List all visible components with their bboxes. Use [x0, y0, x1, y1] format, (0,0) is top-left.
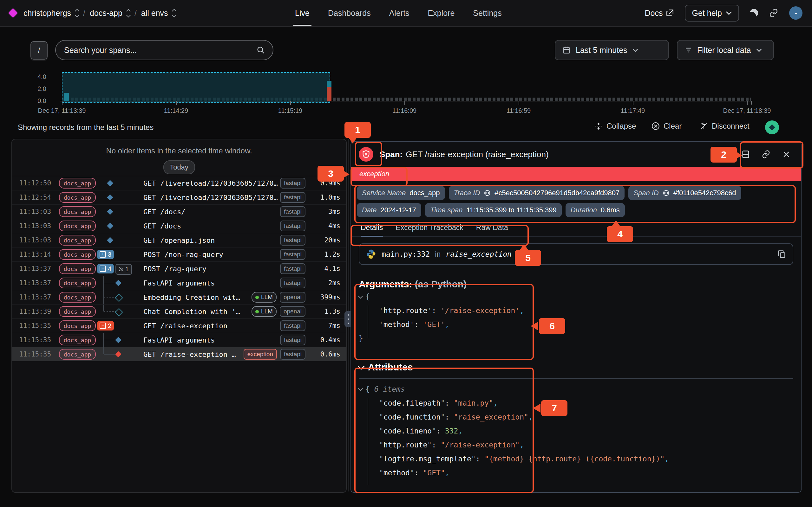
- chart-selection-window[interactable]: [62, 72, 330, 103]
- span-row[interactable]: 11:13:03docs_appGET /docs/fastapi3ms: [12, 205, 346, 219]
- service-tag[interactable]: docs_app: [59, 278, 96, 288]
- diamond-icon: [769, 124, 775, 130]
- scope-pill: fastapi: [280, 335, 305, 345]
- span-name: GET /raise-exception …: [143, 350, 236, 358]
- span-time: 11:15:35: [19, 336, 55, 344]
- span-row[interactable]: 11:13:37docs_appEmbedding Creation wit…L…: [12, 290, 346, 304]
- attributes-section: Attributes { 6 items"code.filepath": "ma…: [359, 362, 793, 480]
- span-name: GET /openapi.json: [143, 236, 215, 244]
- project-switcher[interactable]: docs-app: [90, 9, 130, 18]
- span-name: FastAPI arguments: [143, 279, 215, 287]
- span-name: Chat Completion with '…: [143, 308, 240, 316]
- service-tag[interactable]: docs_app: [59, 192, 96, 203]
- nav-tab-explore[interactable]: Explore: [428, 0, 455, 26]
- slash-shortcut-keycap: /: [31, 41, 48, 60]
- span-row[interactable]: 11:13:03docs_appGET /openapi.jsonfastapi…: [12, 233, 346, 247]
- user-avatar[interactable]: -: [789, 6, 803, 20]
- span-row[interactable]: 11:15:35docs_appGET /raise-exception …ex…: [12, 347, 346, 361]
- detail-tab-exception-traceback[interactable]: Exception Traceback: [396, 223, 463, 236]
- expand-count-badge[interactable]: −4: [97, 264, 114, 274]
- get-help-button[interactable]: Get help: [685, 5, 739, 21]
- metadata-chip-trace-id[interactable]: Trace ID#c5ec5005042796e91d5db42ca9fd980…: [449, 186, 625, 200]
- span-timeline-chart[interactable]: 0.02.04.0Dec 17, 11:13:3911:14:2911:15:1…: [0, 63, 812, 116]
- chevron-updown-icon: [172, 9, 176, 17]
- span-row[interactable]: 11:13:39docs_appChat Completion with '…L…: [12, 304, 346, 319]
- span-row[interactable]: 11:13:03docs_appGET /docsfastapi4ms: [12, 219, 346, 233]
- dark-mode-toggle-moon-icon[interactable]: [749, 8, 759, 18]
- service-tag[interactable]: docs_app: [59, 235, 96, 245]
- link-icon: [484, 189, 491, 196]
- copy-span-link-button[interactable]: [759, 147, 773, 161]
- span-row[interactable]: 11:13:37docs_app−41POST /rag-queryfastap…: [12, 262, 346, 276]
- span-diamond-icon: [107, 209, 113, 215]
- service-tag[interactable]: docs_app: [59, 335, 96, 345]
- live-status-button[interactable]: [765, 120, 779, 134]
- span-row[interactable]: 11:13:37docs_appFastAPI argumentsfastapi…: [12, 276, 346, 290]
- copy-icon[interactable]: [777, 250, 786, 259]
- docs-link[interactable]: Docs: [645, 9, 674, 18]
- service-tag[interactable]: docs_app: [59, 206, 96, 217]
- expand-count-badge[interactable]: +3: [97, 250, 114, 259]
- service-tag[interactable]: docs_app: [59, 178, 96, 188]
- service-tag[interactable]: docs_app: [59, 320, 96, 331]
- expand-count-badge[interactable]: −2: [97, 321, 114, 331]
- scope-pill: fastapi: [280, 206, 305, 217]
- y-tick-label: 0.0: [38, 97, 46, 105]
- env-name: all envs: [141, 9, 168, 18]
- span-row[interactable]: 11:15:35docs_app−2GET /raise-exceptionfa…: [12, 319, 346, 333]
- nav-tab-alerts[interactable]: Alerts: [389, 0, 409, 26]
- close-panel-button[interactable]: [779, 147, 793, 161]
- records-bar: Showing records from the last 5 minutes …: [0, 120, 812, 135]
- logfire-logo-icon[interactable]: [8, 8, 18, 18]
- span-row[interactable]: 11:15:35docs_appFastAPI argumentsfastapi…: [12, 333, 346, 347]
- nav-tab-dashboards[interactable]: Dashboards: [328, 0, 371, 26]
- scope-pill: fastapi: [280, 263, 305, 274]
- search-input[interactable]: [63, 45, 252, 55]
- detail-tab-details[interactable]: Details: [361, 223, 383, 236]
- span-duration: 20ms: [310, 236, 340, 244]
- today-button[interactable]: Today: [163, 160, 195, 174]
- share-link-icon[interactable]: [769, 8, 778, 18]
- span-name: POST /non-rag-query: [143, 250, 223, 259]
- span-duration: 1.0ms: [310, 193, 340, 201]
- clear-circle-x-icon: [652, 122, 660, 130]
- service-tag[interactable]: docs_app: [59, 292, 96, 302]
- span-diamond-icon: [107, 237, 113, 243]
- span-name: GET /raise-exception: [143, 322, 227, 330]
- service-tag[interactable]: docs_app: [59, 249, 96, 260]
- x-tick-label: 11:17:49: [621, 107, 645, 114]
- chevron-down-icon: [632, 49, 638, 52]
- metadata-chip-span-id[interactable]: Span ID#f0110e542c798c6d: [628, 186, 741, 200]
- code-function: raise_exception: [446, 250, 512, 258]
- split-panel-button[interactable]: [739, 147, 753, 161]
- service-tag[interactable]: docs_app: [59, 263, 96, 274]
- nav-tab-live[interactable]: Live: [295, 0, 310, 26]
- clear-button[interactable]: Clear: [652, 122, 681, 130]
- span-title: Span:GET /raise-exception (raise_excepti…: [380, 150, 549, 159]
- span-name: GET /docs: [143, 222, 181, 230]
- time-range-button[interactable]: Last 5 minutes: [555, 40, 669, 60]
- span-row[interactable]: 11:13:14docs_app+3POST /non-rag-queryfas…: [12, 247, 346, 262]
- service-tag[interactable]: docs_app: [59, 221, 96, 231]
- attributes-heading[interactable]: Attributes: [359, 362, 793, 373]
- filter-icon: [684, 46, 692, 54]
- nav-tab-settings[interactable]: Settings: [473, 0, 502, 26]
- env-switcher[interactable]: all envs: [141, 9, 176, 18]
- scope-pill: openai: [280, 306, 305, 317]
- nav-tabs: LiveDashboardsAlertsExploreSettings: [295, 0, 502, 26]
- project-name: docs-app: [90, 9, 122, 18]
- filter-local-data-button[interactable]: Filter local data: [677, 40, 774, 60]
- chevron-down-icon: [358, 363, 364, 370]
- org-switcher[interactable]: christophergs: [23, 9, 79, 18]
- span-row[interactable]: 11:12:54docs_appGET /livereload/12703636…: [12, 190, 346, 205]
- span-row[interactable]: 11:12:50docs_appGET /livereload/12703636…: [12, 176, 346, 190]
- search-box: [55, 40, 273, 60]
- y-tick-label: 4.0: [38, 73, 46, 80]
- disconnect-button[interactable]: Disconnect: [700, 122, 750, 130]
- service-tag[interactable]: docs_app: [59, 349, 96, 360]
- service-tag[interactable]: docs_app: [59, 306, 96, 317]
- detail-tab-raw-data[interactable]: Raw Data: [476, 223, 508, 236]
- collapse-button[interactable]: Collapse: [595, 122, 636, 130]
- error-span-diamond-icon: [115, 351, 121, 357]
- span-duration: 4.1s: [310, 265, 340, 273]
